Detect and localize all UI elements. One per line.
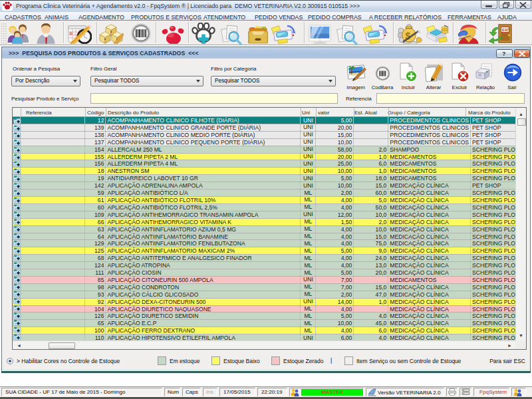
svg-text:EXIT: EXIT xyxy=(502,28,511,32)
